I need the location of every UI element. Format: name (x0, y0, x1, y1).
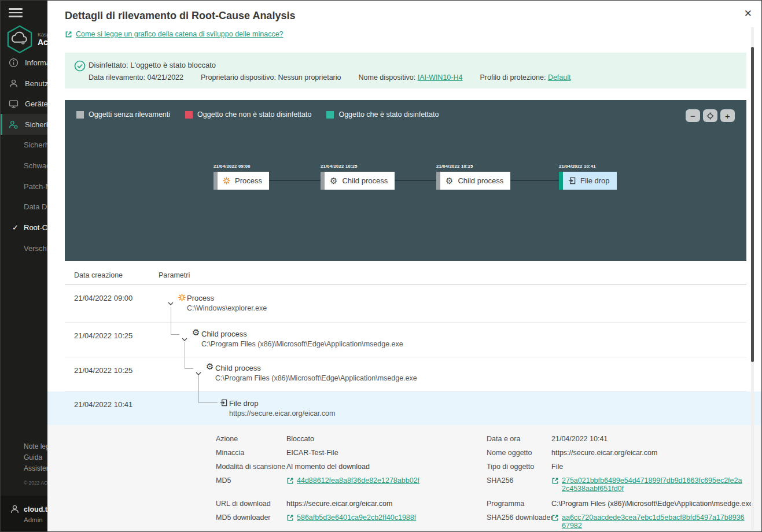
node-timestamp: 21/04/2022 09:00 (213, 164, 251, 169)
row-type: File drop (229, 399, 259, 408)
chain-node-child-process-2[interactable]: ⚙ Child process (436, 172, 510, 190)
gear-icon: ⚙ (446, 176, 453, 185)
sidebar-item-information[interactable]: Informa (1, 52, 47, 73)
row-path: C:\Program Files (x86)\Microsoft\Edge\Ap… (215, 374, 417, 382)
user-role: Admin (24, 516, 43, 523)
app-window: Kasper Acc Informa Benutze Geräte Sicher… (0, 0, 762, 532)
detail-value-sha256: 275a021bbfb6489e54d471899f7db9d1663fc695… (551, 476, 746, 493)
node-timestamp: 21/04/2022 10:25 (321, 164, 358, 169)
sha256-link[interactable]: 275a021bbfb6489e54d471899f7db9d1663fc695… (562, 476, 746, 493)
detail-value-md5-downloader: 586afb5d3e6401ca9e2cb2ff40c1988f (286, 513, 416, 522)
chain-node-child-process-1[interactable]: ⚙ Child process (321, 172, 395, 190)
legend-no-detections: Oggetti senza rilevamenti (76, 110, 170, 119)
detail-label: Data e ora (487, 435, 520, 443)
reset-view-button[interactable] (703, 109, 717, 122)
md5-link[interactable]: 44d88612fea8a8f36de82e1278abb02f (297, 476, 419, 485)
hexagon-cloud-icon (6, 25, 33, 54)
zoom-out-button[interactable]: − (686, 109, 700, 122)
detail-value-sha256-downloader: aa6cc720aacdede3cea7ebc1d5ebacf8bfd5497a… (551, 513, 746, 530)
tree-connector (171, 307, 179, 335)
detail-label: SHA256 downloader (487, 513, 553, 522)
sidebar-subitem-root-cause-analysis[interactable]: Root-Ca (24, 223, 47, 232)
brand-name: Kasper (38, 32, 47, 38)
status-title: Disinfettato: L'oggetto è stato bloccato (89, 61, 216, 69)
chain-node-file-drop[interactable]: File drop (559, 172, 617, 190)
process-icon (178, 293, 186, 304)
device-owner: Proprietario dispositivo: Nessun proprie… (201, 73, 341, 82)
detail-value-download-url: https://secure.eicar.org/eicar.com (286, 500, 392, 508)
node-label: File drop (580, 176, 610, 185)
close-icon[interactable]: ✕ (744, 9, 752, 19)
info-icon (9, 58, 19, 68)
legend-swatch-gray (76, 111, 84, 119)
node-timestamp: 21/04/2022 10:25 (436, 164, 473, 169)
sidebar-item-label: Benutze (25, 79, 47, 88)
legend-swatch-teal (326, 111, 334, 119)
table-row-child-process-2[interactable]: 21/04/2022 10:25 ⚙ Child process C:\Prog… (47, 357, 746, 391)
table-row-child-process-1[interactable]: 21/04/2022 10:25 ⚙ Child process C:\Prog… (47, 323, 746, 357)
user-icon (9, 79, 19, 88)
gear-icon: ⚙ (192, 328, 200, 337)
node-timestamp: 21/04/2022 10:41 (559, 164, 596, 169)
external-link-icon (65, 31, 72, 38)
sha256-downloader-link[interactable]: aa6cc720aacdede3cea7ebc1d5ebacf8bfd5497a… (562, 513, 746, 530)
detail-label: Azione (216, 435, 238, 443)
detail-label: MD5 (216, 476, 231, 485)
security-management-icon (9, 120, 19, 130)
table-row-process[interactable]: 21/04/2022 09:00 Process C:\Windows\expl… (47, 285, 746, 322)
support-link[interactable]: Assisten (24, 464, 47, 472)
chain-node-process[interactable]: Process (213, 172, 269, 190)
legend-disinfected: Oggetto che è stato disinfettato (326, 110, 439, 119)
help-link-label: Come si legge un grafico della catena di… (76, 30, 284, 38)
row-type: Child process (215, 364, 261, 372)
scrollbar-thumb[interactable] (751, 47, 754, 362)
external-link-icon (286, 514, 294, 522)
row-path: C:\Program Files (x86)\Microsoft\Edge\Ap… (201, 340, 403, 348)
crosshair-icon (706, 112, 714, 120)
row-date: 21/04/2022 10:25 (74, 366, 132, 375)
detail-value-object-name: https://secure.eicar.org/eicar.com (551, 449, 657, 457)
protection-profile: Profilo di protezione: Default (480, 73, 570, 82)
sidebar-subitem-vulnerabilities[interactable]: Schwac (24, 161, 47, 170)
sidebar-item-devices[interactable]: Geräte (1, 93, 47, 114)
sidebar-subitem-data-discovery[interactable]: Data Dis (24, 202, 47, 211)
detail-label: Minaccia (216, 449, 244, 457)
row-path: https://secure.eicar.org/eicar.com (229, 409, 335, 418)
detail-value-datetime: 21/04/2022 10:41 (551, 435, 608, 443)
legal-notes-link[interactable]: Note leg (24, 442, 47, 450)
chevron-down-icon[interactable] (168, 297, 174, 308)
check-circle-icon (74, 60, 86, 72)
detail-label: Tipo di oggetto (487, 463, 534, 471)
help-link[interactable]: Come si legge un grafico della catena di… (65, 30, 284, 38)
sidebar: Kasper Acc Informa Benutze Geräte Sicher… (1, 1, 47, 531)
check-icon: ✓ (12, 223, 19, 232)
user-name: cloud.te (24, 505, 47, 513)
table-row-file-drop[interactable]: 21/04/2022 10:41 File drop https://secur… (47, 391, 761, 425)
device-link[interactable]: IAI-WIN10-H4 (418, 73, 463, 82)
detail-value-md5: 44d88612fea8a8f36de82e1278abb02f (286, 476, 419, 485)
page-title: Dettagli di rilevamento di Root-Cause An… (65, 10, 295, 22)
row-date: 21/04/2022 10:41 (74, 400, 132, 409)
zoom-in-button[interactable]: + (720, 109, 735, 122)
row-type: Child process (201, 330, 247, 338)
chart-legend: Oggetti senza rilevamenti Oggetto che no… (76, 110, 439, 119)
profile-link[interactable]: Default (548, 73, 571, 82)
device-name: Nome dispositivo: IAI-WIN10-H4 (359, 73, 463, 82)
md5-downloader-link[interactable]: 586afb5d3e6401ca9e2cb2ff40c1988f (297, 513, 416, 522)
sidebar-item-users[interactable]: Benutze (1, 73, 47, 94)
sidebar-subitem-encryption[interactable]: Verschlü (24, 244, 47, 253)
column-header-params: Parametri (159, 271, 190, 279)
menu-icon[interactable] (9, 8, 23, 18)
sidebar-subitem-patch-management[interactable]: Patch-M (24, 182, 47, 191)
detail-value-scan-mode: Al momento del download (286, 463, 370, 471)
chain-connector-line (239, 180, 567, 181)
detail-label: URL di download (216, 500, 271, 508)
sidebar-item-security[interactable]: Sicherh (1, 114, 47, 135)
guide-link[interactable]: Guida (24, 453, 42, 461)
sidebar-subitem-security[interactable]: Sicherh (24, 141, 47, 149)
external-link-icon (286, 477, 294, 485)
gear-icon: ⚙ (330, 176, 337, 185)
current-user[interactable]: cloud.te Admin (1, 496, 47, 531)
user-icon (10, 504, 20, 514)
devices-icon (9, 99, 19, 109)
